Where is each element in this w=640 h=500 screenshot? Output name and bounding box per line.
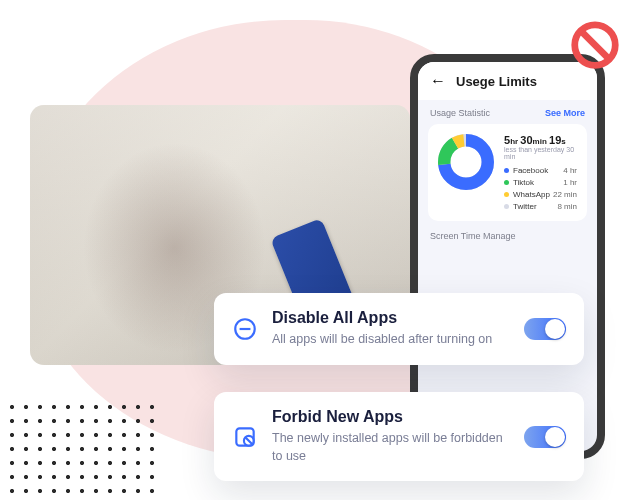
card-title: Disable All Apps	[272, 309, 510, 327]
card-title: Forbid New Apps	[272, 408, 510, 426]
card-forbid-apps: Forbid New Apps The newly installed apps…	[214, 392, 584, 481]
card-desc: The newly installed apps will be forbidd…	[272, 430, 510, 465]
prohibit-icon	[568, 18, 622, 72]
svg-line-1	[583, 33, 608, 58]
usage-stat-card: 5hr 30min 19s less than yesterday 30 min…	[428, 124, 587, 221]
toggle-disable-apps[interactable]	[524, 318, 566, 340]
toggle-forbid-apps[interactable]	[524, 426, 566, 448]
legend: Facebook4 hr Tiktok1 hr WhatsApp22 min T…	[504, 166, 577, 211]
see-more-link[interactable]: See More	[545, 108, 585, 118]
section-header-stats: Usage Statistic See More	[418, 100, 597, 120]
back-icon[interactable]: ←	[430, 72, 446, 90]
section-label: Usage Statistic	[430, 108, 490, 118]
usage-donut-chart	[438, 134, 494, 190]
forbid-icon	[232, 424, 258, 450]
usage-subline: less than yesterday 30 min	[504, 146, 577, 160]
dot-pattern	[5, 400, 155, 495]
total-usage: 5hr 30min 19s	[504, 134, 577, 146]
page-title: Usege Limits	[456, 74, 537, 89]
card-disable-apps: Disable All Apps All apps will be disabl…	[214, 293, 584, 365]
disable-icon	[232, 316, 258, 342]
section-label-screen-time: Screen Time Manage	[418, 229, 597, 241]
card-desc: All apps will be disabled after turning …	[272, 331, 510, 349]
